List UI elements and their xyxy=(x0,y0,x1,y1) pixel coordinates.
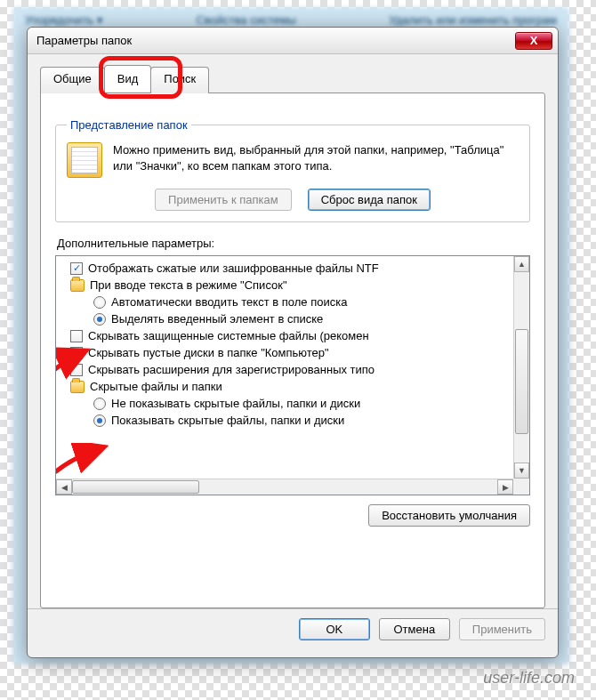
dialog-title: Параметры папок xyxy=(36,34,515,47)
dialog-footer: OK Отмена Применить xyxy=(28,608,558,649)
vertical-scrollbar[interactable]: ▲ ▼ xyxy=(513,256,529,479)
tree-item[interactable]: Выделять введенный элемент в списке xyxy=(58,310,511,327)
radio-icon[interactable] xyxy=(93,296,106,309)
folder-options-dialog: Параметры папок X Общие Вид Поиск Предст… xyxy=(27,27,559,658)
tree-item: Скрытые файлы и папки xyxy=(58,378,511,395)
tree-item: При вводе текста в режиме "Список" xyxy=(58,277,511,294)
radio-icon[interactable] xyxy=(93,313,106,326)
tree-item-label: Выделять введенный элемент в списке xyxy=(111,312,323,326)
tree-item-label: Скрытые файлы и папки xyxy=(90,380,222,393)
tree-item[interactable]: Автоматически вводить текст в поле поиск… xyxy=(58,294,511,310)
scroll-thumb-h[interactable] xyxy=(72,480,199,494)
folder-icon xyxy=(70,381,85,393)
apply-button[interactable]: Применить xyxy=(459,618,545,640)
checkbox-icon[interactable] xyxy=(70,364,83,376)
tree-viewport: ✓Отображать сжатые или зашифрованные фай… xyxy=(56,256,513,479)
scroll-track[interactable] xyxy=(514,272,529,463)
tree-item-label: Скрывать пустые диски в папке "Компьютер… xyxy=(88,346,329,359)
watermark: user-life.com xyxy=(483,669,575,688)
tree-item[interactable]: Скрывать защищенные системные файлы (рек… xyxy=(58,327,511,344)
checkbox-icon[interactable] xyxy=(70,330,83,342)
tab-panel-view: Представление папок Можно применить вид,… xyxy=(40,93,545,608)
scroll-track-h[interactable] xyxy=(72,479,497,495)
bg-menu-item: Свойства системы xyxy=(196,13,295,27)
tab-area: Общие Вид Поиск Представление папок Можн… xyxy=(28,54,558,608)
scrollbar-corner xyxy=(513,479,529,495)
tab-strip: Общие Вид Поиск xyxy=(40,67,545,93)
tree-item-label: Автоматически вводить текст в поле поиск… xyxy=(111,295,347,309)
bg-menu-item: Удалить или изменить програм xyxy=(389,13,557,27)
ok-button[interactable]: OK xyxy=(299,618,370,640)
tree-item-label: Скрывать защищенные системные файлы (рек… xyxy=(88,329,369,342)
titlebar[interactable]: Параметры папок X xyxy=(28,28,558,54)
checkbox-icon[interactable]: ✓ xyxy=(70,347,83,359)
folder-sample-icon xyxy=(67,142,102,178)
close-button[interactable]: X xyxy=(515,32,552,50)
scroll-right-button[interactable]: ▶ xyxy=(497,479,513,495)
folder-views-legend: Представление папок xyxy=(67,118,191,132)
scroll-up-button[interactable]: ▲ xyxy=(514,256,529,272)
tree-item-label: Показывать скрытые файлы, папки и диски xyxy=(111,414,344,427)
advanced-settings-label: Дополнительные параметры: xyxy=(57,237,530,250)
restore-defaults-button[interactable]: Восстановить умолчания xyxy=(368,504,530,527)
tab-view[interactable]: Вид xyxy=(104,65,152,92)
tree-item-label: Скрывать расширения для зарегистрированн… xyxy=(88,363,375,376)
tree-item[interactable]: Не показывать скрытые файлы, папки и дис… xyxy=(58,395,511,412)
tree-item[interactable]: ✓Скрывать пустые диски в папке "Компьюте… xyxy=(58,344,511,361)
advanced-settings-tree[interactable]: ✓Отображать сжатые или зашифрованные фай… xyxy=(55,255,530,495)
scroll-thumb[interactable] xyxy=(515,329,528,434)
bg-menu-item: Упорядочить ▾ xyxy=(25,13,103,27)
apply-to-folders-button[interactable]: Применить к папкам xyxy=(155,189,292,211)
folder-views-group: Представление папок Можно применить вид,… xyxy=(55,118,530,222)
cancel-button[interactable]: Отмена xyxy=(379,618,450,640)
horizontal-scrollbar[interactable]: ◀ ▶ xyxy=(56,479,513,495)
tree-item[interactable]: ✓Отображать сжатые или зашифрованные фай… xyxy=(58,260,511,277)
tree-item-label: При вводе текста в режиме "Список" xyxy=(90,278,287,292)
reset-folders-button[interactable]: Сброс вида папок xyxy=(308,189,431,211)
close-icon: X xyxy=(530,34,538,47)
radio-icon[interactable] xyxy=(93,414,106,427)
scroll-down-button[interactable]: ▼ xyxy=(514,463,529,479)
tree-item-label: Отображать сжатые или зашифрованные файл… xyxy=(88,261,379,275)
folder-icon xyxy=(70,279,85,292)
radio-icon[interactable] xyxy=(93,398,106,410)
checkbox-icon[interactable]: ✓ xyxy=(70,262,83,275)
tree-item-label: Не показывать скрытые файлы, папки и дис… xyxy=(111,397,360,410)
folder-views-description: Можно применить вид, выбранный для этой … xyxy=(113,142,519,173)
tree-item[interactable]: Показывать скрытые файлы, папки и диски xyxy=(58,412,511,429)
scroll-left-button[interactable]: ◀ xyxy=(56,479,72,495)
tab-general[interactable]: Общие xyxy=(40,67,105,93)
background-menu: Упорядочить ▾ Свойства системы Удалить и… xyxy=(25,13,557,27)
tree-item[interactable]: Скрывать расширения для зарегистрированн… xyxy=(58,361,511,378)
tab-search[interactable]: Поиск xyxy=(150,67,209,93)
